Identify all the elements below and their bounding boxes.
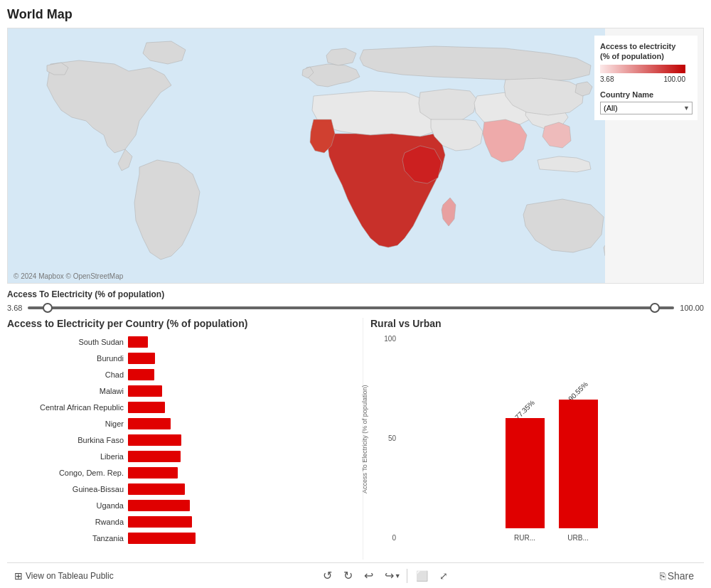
ru-bar [559,400,598,528]
tableau-icon: ⊞ [14,570,23,582]
forward-dropdown-icon[interactable]: ▼ [395,572,401,579]
slider-section: Access To Electricity (% of population) … [7,284,704,315]
footer-left: ⊞ View on Tableau Public [14,570,114,582]
slider-max: 100.00 [680,304,704,312]
bar-label: Chad [7,370,128,379]
legend-title: Access to electricity(% of population) [600,41,692,62]
bar-row: Guinea-Bissau [7,482,356,496]
bar-label: Liberia [7,452,128,461]
bar [128,434,181,446]
share-label: Share [668,570,694,582]
footer-center: ↺ ↻ ↩ ↪ ▼ ⬜ ⤢ [320,567,451,584]
legend-min: 3.68 [600,75,614,83]
ru-bar-xlabel: RUR... [514,534,535,542]
world-map-svg [8,28,605,284]
legend-gradient [600,65,685,73]
legend-range: 3.68 100.00 [600,75,685,83]
footer: ⊞ View on Tableau Public ↺ ↻ ↩ ↪ ▼ ⬜ ⤢ ⎘… [7,562,704,588]
slider-thumb-left[interactable] [43,303,53,313]
map-container: Access to electricity(% of population) 3… [7,28,704,284]
ru-y-label-0: 0 [392,534,396,542]
bar [128,500,190,511]
rural-urban-section: Rural vs Urban Access To Electricity (% … [363,318,704,560]
bar-row: Tanzania [7,531,356,545]
slider-label: Access To Electricity (% of population) [7,289,704,299]
bar-row: South Sudan [7,335,356,349]
bar-row: Congo, Dem. Rep. [7,466,356,480]
ru-y-axis-title: Access To Electricity (% of population) [361,408,368,493]
bar [128,353,155,364]
legend-max: 100.00 [663,75,685,83]
bar [128,451,181,462]
bar-chart-title: Access to Electricity per Country (% of … [7,318,356,329]
back-button[interactable]: ↩ [361,567,376,584]
slider-track[interactable] [28,306,674,309]
bar [128,516,192,528]
country-select-wrap[interactable]: (All) [600,102,693,114]
download-button[interactable]: ⬜ [413,569,431,583]
bar-row: Rwanda [7,515,356,529]
fullscreen-button[interactable]: ⤢ [437,569,451,583]
bar [128,533,196,544]
ru-bar [506,418,545,528]
bar-label: Niger [7,419,128,428]
page-title: World Map [7,7,704,22]
bar-row: Liberia [7,449,356,464]
bar [128,385,162,397]
bar [128,467,178,479]
ru-y-axis: 100 50 0 [370,335,399,542]
ru-bar-col: 90.55%URB... [559,387,598,542]
ru-bars: 77.35%RUR...90.55%URB... [399,400,704,542]
bar-label: Guinea-Bissau [7,485,128,493]
bar-label: Central African Republic [7,403,128,412]
country-select[interactable]: (All) [600,102,693,114]
bar [128,336,148,348]
map-legend: Access to electricity(% of population) 3… [594,36,697,120]
bar [128,483,185,495]
bar [128,418,171,429]
legend-country-label: Country Name [600,90,692,99]
view-on-tableau-label[interactable]: View on Tableau Public [26,571,114,581]
rural-urban-chart: 100 50 0 77.35%RUR...90.55%URB... [370,335,704,560]
share-icon: ⎘ [660,570,665,582]
footer-right: ⎘ Share [657,569,697,583]
bar-row: Burkina Faso [7,433,356,447]
bar-label: Tanzania [7,534,128,542]
slider-thumb-right[interactable] [650,303,660,313]
ru-bar-col: 77.35%RUR... [506,406,545,542]
bar-label: South Sudan [7,338,128,346]
bar-label: Burundi [7,354,128,363]
bar-row: Central African Republic [7,400,356,415]
slider-row: 3.68 100.00 [7,304,704,312]
bar-label: Congo, Dem. Rep. [7,469,128,477]
slider-fill [28,306,674,309]
ru-bar-xlabel: URB... [567,534,588,542]
bar-row: Uganda [7,498,356,513]
bar-row: Niger [7,417,356,431]
bar [128,402,165,413]
redo-button[interactable]: ↻ [341,567,356,584]
bar-label: Malawi [7,387,128,395]
bar-row: Chad [7,368,356,382]
bar-chart-section: Access to Electricity per Country (% of … [7,318,363,560]
bottom-section: Access to Electricity per Country (% of … [7,318,704,560]
bar-label: Rwanda [7,518,128,526]
undo-button[interactable]: ↺ [320,567,335,584]
slider-min: 3.68 [7,304,22,312]
bar [128,369,154,380]
bar-chart: South SudanBurundiChadMalawiCentral Afri… [7,335,356,560]
footer-divider [407,569,407,583]
share-button[interactable]: ⎘ Share [657,569,697,583]
bar-row: Burundi [7,351,356,365]
bar-label: Uganda [7,501,128,510]
bar-label: Burkina Faso [7,436,128,444]
ru-y-label-50: 50 [388,434,396,442]
map-attribution: © 2024 Mapbox © OpenStreetMap [14,272,123,280]
rural-urban-title: Rural vs Urban [370,318,704,329]
bar-row: Malawi [7,384,356,398]
ru-y-label-100: 100 [384,335,396,343]
